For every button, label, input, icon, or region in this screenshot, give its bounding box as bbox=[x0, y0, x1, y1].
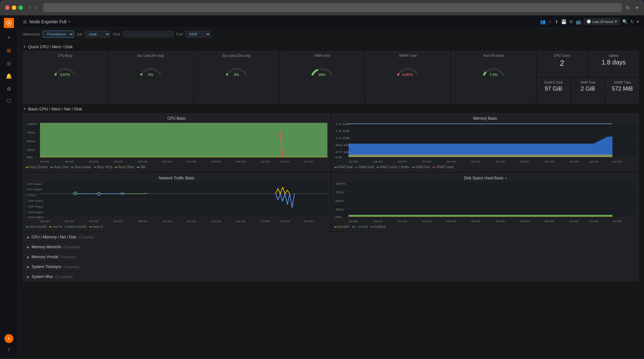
memory-vmstat-header[interactable]: ▶ Memory Vmstat (4 panels) bbox=[23, 253, 639, 261]
browser-refresh-button[interactable]: ↻ bbox=[626, 5, 630, 11]
star-icon[interactable]: ☆ bbox=[548, 19, 552, 24]
legend-swap-used-label: SWAP Used bbox=[436, 165, 454, 169]
legend-recv-lo-label: recv lo bbox=[53, 225, 62, 228]
sys-load-15m-info-icon[interactable]: i bbox=[195, 52, 196, 56]
cpu-busy-info-icon[interactable]: i bbox=[24, 52, 25, 56]
system-misc-section: ▶ System Misc (11 panels) bbox=[23, 272, 639, 281]
swap-used-info-icon[interactable]: i bbox=[367, 52, 368, 56]
cpu-memory-section: ▶ CPU / Memory / Net / Disk (7 panels) bbox=[23, 233, 639, 242]
root-fs-card: i Root FS Used 7.0% bbox=[451, 51, 536, 103]
cpu-cores-card: i CPU Cores 2 bbox=[537, 51, 587, 77]
uptime-value: 1.8 days bbox=[591, 59, 636, 66]
new-tab-button[interactable]: + bbox=[635, 4, 639, 11]
memory-meminfo-section: ▶ Memory Meminfo (15 panels) bbox=[23, 243, 639, 251]
sys-load-15m-title: Sys Load (15m avg) bbox=[197, 54, 276, 57]
svg-text:2.3 GiB: 2.3 GiB bbox=[335, 123, 349, 126]
forward-button[interactable]: › bbox=[33, 4, 39, 11]
quick-section-title: Quick CPU / Mem / Disk bbox=[28, 44, 73, 49]
sidebar-alerts-icon[interactable]: 🔔 bbox=[3, 70, 15, 82]
svg-text:50%: 50% bbox=[335, 199, 344, 203]
refresh-icon[interactable]: ↻ bbox=[630, 19, 634, 24]
close-dot[interactable] bbox=[5, 5, 10, 10]
user-avatar[interactable]: A bbox=[4, 334, 13, 343]
port-select[interactable]: 9100 bbox=[185, 31, 211, 38]
disk-chevron-icon[interactable]: ▾ bbox=[505, 176, 507, 180]
back-button[interactable]: ‹ bbox=[27, 4, 32, 11]
sidebar-help-icon[interactable]: ? bbox=[3, 344, 15, 356]
host-input[interactable] bbox=[123, 31, 174, 37]
minimize-dot[interactable] bbox=[12, 5, 16, 10]
datasource-select[interactable]: Prometheus bbox=[43, 31, 74, 38]
swap-total-info-icon[interactable]: i bbox=[607, 79, 608, 82]
browser-window: ‹ › ↻ + + ⊞ ◎ 🔔 ⚙ 🛡 A ? bbox=[0, 0, 644, 359]
share-icon[interactable]: ⬆ bbox=[555, 19, 559, 24]
svg-text:25%: 25% bbox=[27, 148, 35, 152]
legend-ram-free-dot bbox=[412, 167, 414, 168]
ram-used-info-icon[interactable]: i bbox=[281, 52, 282, 56]
save-icon[interactable]: 💾 bbox=[561, 19, 567, 24]
svg-marker-102 bbox=[348, 216, 612, 217]
share-users-icon[interactable]: 👥 bbox=[540, 19, 545, 24]
sys-load-5m-card: i Sys Load (5m avg) 0% bbox=[109, 51, 193, 103]
ram-total-info-icon[interactable]: i bbox=[573, 79, 573, 82]
legend-ram-cache: RAM Cache + Buffer bbox=[377, 165, 409, 169]
sidebar-explore-icon[interactable]: ◎ bbox=[3, 57, 15, 69]
system-timesync-count: (4 panels) bbox=[63, 265, 79, 269]
svg-text:12:00: 12:00 bbox=[589, 160, 598, 163]
svg-text:12:00: 12:00 bbox=[280, 220, 290, 223]
sidebar-add-icon[interactable]: + bbox=[3, 32, 15, 43]
svg-text:0.087%: 0.087% bbox=[402, 73, 413, 77]
system-timesync-header[interactable]: ▶ System Timesync (4 panels) bbox=[23, 263, 639, 271]
ram-used-card: i RAM Used 20% bbox=[280, 51, 364, 103]
memory-vmstat-title: Memory Vmstat bbox=[32, 255, 58, 259]
svg-text:20:00: 20:00 bbox=[398, 220, 407, 223]
svg-text:02:00: 02:00 bbox=[163, 160, 172, 163]
svg-text:100%: 100% bbox=[27, 123, 38, 126]
uptime-info-icon[interactable]: i bbox=[590, 52, 590, 56]
svg-text:22:00: 22:00 bbox=[113, 160, 123, 163]
svg-text:00:00: 00:00 bbox=[138, 220, 148, 223]
svg-text:18:00: 18:00 bbox=[64, 160, 74, 163]
memory-meminfo-header[interactable]: ▶ Memory Meminfo (15 panels) bbox=[23, 243, 639, 251]
sidebar-shield-icon[interactable]: 🛡 bbox=[3, 96, 15, 107]
cpu-memory-header[interactable]: ▶ CPU / Memory / Net / Disk (7 panels) bbox=[23, 233, 639, 241]
svg-text:08:00: 08:00 bbox=[236, 160, 245, 163]
tv-icon[interactable]: 📺 bbox=[576, 19, 581, 24]
legend-run-lock-label: /run/lock bbox=[374, 225, 386, 228]
legend-boot-efi: /boot/efi bbox=[334, 225, 349, 228]
sidebar-dashboard-icon[interactable]: ⊞ bbox=[3, 45, 15, 56]
refresh-chevron-icon[interactable]: ▾ bbox=[637, 19, 639, 24]
svg-text:0%: 0% bbox=[234, 73, 239, 77]
cpu-cores-info-icon[interactable]: i bbox=[538, 52, 539, 56]
system-misc-header[interactable]: ▶ System Misc (11 panels) bbox=[23, 273, 639, 281]
chevron-down-icon[interactable]: ▾ bbox=[69, 20, 70, 23]
time-range-button[interactable]: 🕐 Last 24 hours ▾ bbox=[584, 18, 620, 25]
cpu-busy-gauge: 0.57% bbox=[26, 59, 105, 78]
swap-total-value: 572 MiB bbox=[609, 86, 636, 92]
memory-vmstat-arrow: ▶ bbox=[27, 255, 30, 259]
sys-load-5m-info-icon[interactable]: i bbox=[110, 52, 111, 56]
quick-section-header[interactable]: ▼ Quick CPU / Mem / Disk bbox=[23, 43, 639, 51]
legend-busy-other-label: Busy Other bbox=[118, 165, 134, 169]
dashboard-settings-icon[interactable]: ⚙ bbox=[569, 19, 573, 24]
swap-total-card: i SWAP Total 572 MiB bbox=[606, 78, 639, 103]
cpu-memory-count: (7 panels) bbox=[78, 235, 94, 239]
system-timesync-section: ▶ System Timesync (4 panels) bbox=[23, 262, 639, 271]
rootfs-total-card: i RootFS Total 97 GiB bbox=[537, 78, 570, 103]
svg-text:50%: 50% bbox=[27, 140, 35, 143]
svg-text:08:00: 08:00 bbox=[545, 220, 554, 223]
system-misc-title: System Misc bbox=[32, 274, 53, 279]
sidebar-settings-icon[interactable]: ⚙ bbox=[3, 83, 15, 94]
rootfs-total-info-icon[interactable]: i bbox=[538, 79, 539, 82]
maximize-dot[interactable] bbox=[18, 5, 23, 10]
grafana-logo[interactable] bbox=[4, 18, 14, 28]
disk-title: Disk Space Used Basic ▾ bbox=[334, 176, 636, 180]
root-fs-info-icon[interactable]: i bbox=[452, 52, 453, 56]
system-misc-arrow: ▶ bbox=[27, 275, 30, 279]
svg-text:02:00: 02:00 bbox=[471, 160, 481, 163]
legend-run-label: /run bbox=[362, 225, 368, 228]
job-select[interactable]: node bbox=[85, 31, 110, 38]
basic-section-header[interactable]: ▼ Basic CPU / Mem / Net / Disk bbox=[23, 105, 639, 113]
search-icon[interactable]: 🔍 bbox=[622, 19, 628, 24]
url-bar[interactable] bbox=[43, 3, 622, 12]
